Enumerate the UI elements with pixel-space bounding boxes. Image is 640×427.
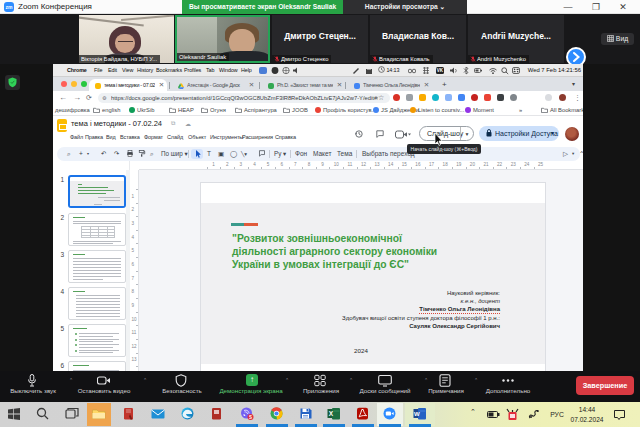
bookmark-item[interactable]: Listen to coursiv... <box>410 104 464 116</box>
mac-menu-bookmarks[interactable]: Bookmarks <box>156 64 182 76</box>
mac-menu-file[interactable]: File <box>94 64 102 76</box>
input-tools-select[interactable]: Ру ▾ <box>274 147 286 161</box>
participant-tile[interactable]: Oleksandr Sauliak <box>175 15 270 63</box>
video-label[interactable]: Остановить видео <box>78 387 131 394</box>
bookmark-item[interactable]: HEAP <box>169 104 194 116</box>
dd-icon[interactable]: ▾ <box>572 147 574 161</box>
slide-thumbnail-4[interactable] <box>68 287 126 320</box>
boards-chevron-icon[interactable]: ⌃ <box>424 377 428 383</box>
slides-menu-8[interactable]: Расширения <box>242 132 273 142</box>
bookmark-item[interactable]: JOOB <box>283 104 308 116</box>
tab-close-icon[interactable]: ✕ <box>424 79 429 91</box>
taskbar-edge-icon[interactable] <box>181 407 195 421</box>
more-icon[interactable] <box>501 374 515 386</box>
extension-icon-0[interactable] <box>393 94 400 101</box>
notes-chevron-icon[interactable]: ⌃ <box>474 377 478 383</box>
extension-icon-5[interactable] <box>458 94 465 101</box>
current-slide[interactable]: "Розвиток зовнішньоекономічноїдіяльності… <box>200 182 546 371</box>
slide-thumbnail-1[interactable] <box>68 175 126 208</box>
filmstrip-scrollbar[interactable] <box>126 170 130 371</box>
tab-close-icon[interactable]: ✕ <box>337 79 342 91</box>
taskbar-zoomapp-icon[interactable] <box>383 407 397 421</box>
taskbar-search-icon[interactable] <box>36 407 50 421</box>
share-chevron-icon[interactable]: ⌃ <box>285 377 289 383</box>
participant-tile[interactable]: Andrii Muzyche...Andrii Muzychenko <box>468 15 564 63</box>
mac-menu-edit[interactable]: Edit <box>108 64 117 76</box>
browser-tab[interactable]: Ph.D. «Захист теми та мет...✕ <box>262 79 345 91</box>
slides-menu-6[interactable]: Объект <box>188 132 206 142</box>
slides-menu-4[interactable]: Формат <box>144 132 163 142</box>
bookmark-item[interactable]: Moment <box>465 104 494 116</box>
extension-icon-1[interactable] <box>406 94 413 101</box>
slide-thumbnail-6[interactable] <box>68 361 126 371</box>
theme-button[interactable]: Тема <box>337 147 352 161</box>
zoom-tool-icon[interactable]: ⌕ <box>150 147 154 161</box>
extension-icon-6[interactable] <box>471 94 478 101</box>
notes-icon[interactable] <box>439 374 451 386</box>
slide-thumbnail-3[interactable] <box>68 250 126 283</box>
participant-tile[interactable]: Вікторія Байдала, НУБіП У... <box>79 15 174 63</box>
slideshow-dropdown-icon[interactable]: ▼ <box>460 127 473 140</box>
taskbar-word-icon[interactable]: W <box>413 407 427 421</box>
tray-app-icon[interactable] <box>506 408 519 421</box>
slide-title[interactable]: "Розвиток зовнішньоекономічноїдіяльності… <box>232 232 492 271</box>
star-icon[interactable]: ☆ <box>157 120 162 127</box>
mac-minimize-light[interactable] <box>71 81 77 87</box>
fit-width-select[interactable]: По шир ▾ <box>161 147 188 161</box>
taskbar-mail-icon[interactable] <box>151 407 165 421</box>
collapse-toolbar-icon[interactable]: ⌃ <box>579 147 583 161</box>
bookmark-item[interactable]: UkrSib <box>129 104 154 116</box>
extension-icon-9[interactable] <box>510 94 517 101</box>
taskbar-chrome-icon[interactable] <box>270 407 284 421</box>
slides-menu-7[interactable]: Инструменты <box>210 132 243 142</box>
address-bar[interactable]: ⚙ https://docs.google.com/presentation/d… <box>98 93 390 103</box>
redo-icon[interactable]: ↷ <box>114 147 119 161</box>
slide-credits[interactable]: Науковий керівник:к.е.н., доцентТімченко… <box>342 289 500 330</box>
image-icon[interactable]: ▣ <box>218 147 224 161</box>
extension-icon-4[interactable] <box>445 94 452 101</box>
browser-tab[interactable]: Тімченко Ольга Леонідівн...✕ <box>348 79 432 91</box>
tab-close-icon[interactable]: ✕ <box>159 79 164 91</box>
minimize-button[interactable]: — <box>561 0 575 14</box>
slide-year[interactable]: 2024 <box>311 347 411 354</box>
slides-menu-3[interactable]: Вставка <box>120 132 140 142</box>
taskbar-explorer-icon[interactable] <box>92 407 106 421</box>
extension-icon-8[interactable] <box>497 94 504 101</box>
notes-label[interactable]: Примечания <box>428 387 464 394</box>
taskbar-taskview-icon[interactable] <box>65 407 79 421</box>
view-button[interactable]: Вид <box>601 33 634 45</box>
mac-close-light[interactable] <box>61 81 67 87</box>
taskbar-redbook2-icon[interactable] <box>210 407 224 421</box>
shape-icon[interactable]: ◯ <box>230 147 237 161</box>
layout-button[interactable]: Макет <box>313 147 331 161</box>
taskbar-start-icon[interactable] <box>7 407 21 421</box>
video-chevron-icon[interactable]: ⌃ <box>143 377 147 383</box>
print-icon[interactable] <box>126 147 134 161</box>
leave-meeting-button[interactable]: Завершение <box>576 376 634 395</box>
tab-menu-chevron-icon[interactable]: ▾ <box>572 79 575 90</box>
browser-tab[interactable]: Атестація - Google Диск✕ <box>172 79 257 91</box>
slide-thumbnail-5[interactable] <box>68 324 126 357</box>
boards-label[interactable]: Доски сообщений <box>359 387 410 394</box>
video-icon[interactable] <box>97 374 111 386</box>
line-icon[interactable]: ╲▾ <box>241 147 247 161</box>
reload-button[interactable]: ⟳ <box>86 91 92 104</box>
notifications-icon[interactable] <box>613 408 626 421</box>
forward-button[interactable]: → <box>73 91 81 104</box>
user-avatar[interactable] <box>565 127 579 141</box>
slides-menu-9[interactable]: Справка <box>275 132 296 142</box>
taskbar-floppy-icon[interactable] <box>299 407 313 421</box>
participant-tile[interactable]: Владислав Ков...Владислав Коваль <box>370 15 466 63</box>
tray-clock[interactable]: 14:4407.02.2024 <box>568 405 606 425</box>
participant-tile[interactable]: Дмитро Стецен...Дмитро Стеценко <box>272 15 368 63</box>
search-icon[interactable]: ⌕ <box>67 147 71 161</box>
mac-menu-help[interactable]: Help <box>241 64 252 76</box>
textbox-icon[interactable]: T <box>207 147 211 161</box>
mac-menu-profiles[interactable]: Profiles <box>184 64 201 76</box>
tray-expand-icon[interactable]: ⌃ <box>470 408 476 416</box>
bookmark-item[interactable]: All Bookmarks <box>541 104 583 116</box>
zoom-dd-icon[interactable]: ▾ <box>87 147 89 161</box>
extension-icon-3[interactable] <box>432 94 439 101</box>
maximize-button[interactable]: ❐ <box>589 0 603 14</box>
apps-label[interactable]: Приложения <box>303 387 339 394</box>
